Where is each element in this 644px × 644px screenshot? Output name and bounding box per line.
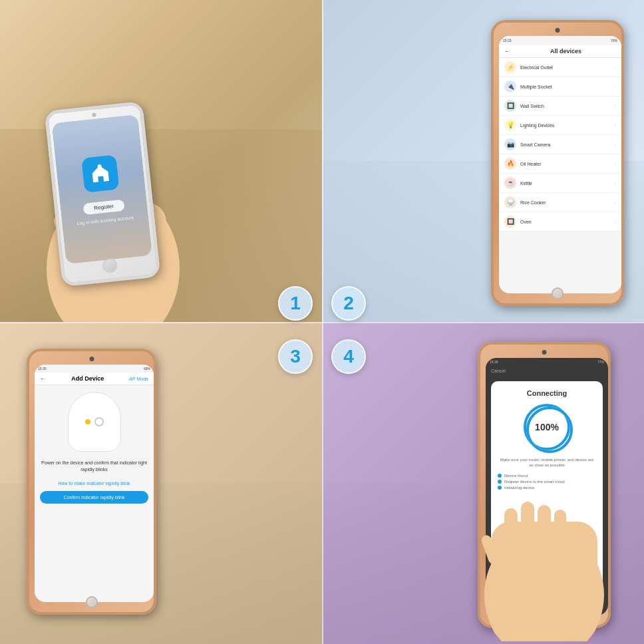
screen-title-q2: All devices [516,48,616,55]
ad-time: 15:30 [38,367,47,371]
ad-battery: 69% [144,367,150,371]
how-to-link[interactable]: How to make indicator rapidly blink [58,481,130,486]
phone-q3: 15:30 69% ← Add Device AP Mode Power on [27,349,156,615]
cancel-btn[interactable]: Cancel [486,366,608,376]
list-item[interactable]: 🔲 Wall Switch › [499,96,621,116]
list-item[interactable]: ⚡ Electrical Outlet › [499,58,621,77]
list-item[interactable]: 🔲 Oven › [499,212,621,232]
device-list: ⚡ Electrical Outlet › 🔌 Multiple Socket … [499,58,621,232]
screen-title-q3: Add Device [46,375,129,382]
login-link[interactable]: Log in with existing account [77,215,134,226]
list-item[interactable]: 📷 Smart Camera › [499,135,621,154]
instruction-text: Power on the device and confirm that ind… [40,460,148,473]
conn-time: 15:26 [490,360,498,364]
connecting-title: Connecting [527,389,567,397]
list-item[interactable]: 🔥 Oil Heater › [499,154,621,174]
conn-battery: 77% [597,360,604,364]
quadrant-2: 15:23 70% ← All devices ⚡ Electrical Out… [322,0,644,322]
quadrant-1: Register Log in with existing account [0,0,322,322]
hand-q4 [458,402,631,641]
ap-mode-btn[interactable]: AP Mode [129,377,148,381]
list-item[interactable]: 🍚 Rice Cooker › [499,193,621,212]
status-battery: 70% [611,39,617,43]
confirm-blink-btn[interactable]: Confirm indicator rapidly blink [40,491,148,504]
status-time: 15:23 [503,39,512,43]
quadrant-4: 15:26 77% Cancel Connecting 100% [322,322,644,644]
list-item[interactable]: 🔌 Multiple Socket › [499,77,621,96]
quadrant-3: 15:30 69% ← Add Device AP Mode Power on [0,322,322,644]
phone-q2: 15:23 70% ← All devices ⚡ Electrical Out… [491,20,624,306]
register-btn[interactable]: Register [82,199,124,214]
list-item[interactable]: 💡 Lighting Devices › [499,116,621,135]
home-app-icon [88,162,112,185]
device-illustration [68,392,121,452]
back-btn-q2[interactable]: ← [504,48,510,55]
list-item[interactable]: ☕ Kettle › [499,174,621,193]
back-btn-q3[interactable]: ← [40,375,46,382]
